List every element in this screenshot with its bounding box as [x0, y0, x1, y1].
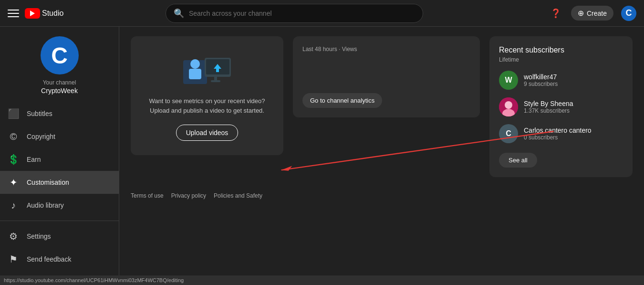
- sidebar-item-label: Copyright: [27, 133, 55, 140]
- svg-rect-2: [189, 69, 201, 79]
- upload-card: Want to see metrics on your recent video…: [131, 36, 283, 155]
- sidebar-item-earn[interactable]: 💲 Earn: [0, 148, 119, 171]
- create-icon: ⊕: [578, 9, 584, 18]
- layout: C Your channel CryptoWeek ⬛ Subtitles © …: [0, 27, 644, 285]
- analytics-card: Last 48 hours · Views Go to channel anal…: [293, 36, 480, 117]
- svg-point-9: [505, 101, 512, 109]
- youtube-icon: [25, 8, 40, 19]
- sidebar-item-send-feedback[interactable]: ⚑ Send feedback: [0, 248, 119, 271]
- svg-marker-12: [281, 166, 292, 170]
- subscriber-count-3: 0 subscribers: [524, 134, 592, 141]
- sidebar-nav: ⬛ Subtitles © Copyright 💲 Earn ✦ Customi…: [0, 102, 119, 271]
- see-all-button[interactable]: See all: [499, 153, 537, 168]
- status-url: https://studio.youtube.com/channel/UCP61…: [4, 277, 184, 283]
- sidebar-item-customisation[interactable]: ✦ Customisation: [0, 171, 119, 194]
- copyright-icon: ©: [8, 131, 19, 142]
- subscriber-name-3: Carlos cantero cantero: [524, 127, 592, 134]
- status-bar: https://studio.youtube.com/channel/UCP61…: [0, 275, 644, 285]
- subscriber-item-3: C Carlos cantero cantero 0 subscribers: [499, 124, 623, 143]
- subscriber-info-2: Style By Sheena 1.37K subscribers: [524, 100, 573, 114]
- upload-videos-button[interactable]: Upload videos: [176, 125, 239, 141]
- subscriber-avatar-3: C: [499, 124, 518, 143]
- subscribers-subtitle: Lifetime: [499, 56, 623, 63]
- help-button[interactable]: ❓: [548, 6, 563, 21]
- studio-text: Studio: [42, 9, 63, 18]
- sidebar-item-audio-library[interactable]: ♪ Audio library: [0, 194, 119, 217]
- subscriber-name-2: Style By Sheena: [524, 100, 573, 107]
- create-label: Create: [587, 10, 607, 17]
- subscriber-avatar-1: W: [499, 71, 518, 90]
- subtitles-icon: ⬛: [8, 108, 19, 119]
- privacy-policy-link[interactable]: Privacy policy: [171, 192, 206, 199]
- sidebar: C Your channel CryptoWeek ⬛ Subtitles © …: [0, 27, 119, 285]
- sidebar-divider: [0, 221, 119, 221]
- subscriber-item-1: W wolfkiller47 9 subscribers: [499, 71, 623, 90]
- subscriber-info-1: wolfkiller47 9 subscribers: [524, 73, 558, 87]
- subscribers-card: Recent subscribers Lifetime W wolfkiller…: [489, 36, 633, 177]
- sidebar-item-copyright[interactable]: © Copyright: [0, 125, 119, 148]
- channel-label: Your channel: [43, 79, 76, 86]
- subscriber-avatar-2: [499, 97, 518, 116]
- send-feedback-icon: ⚑: [8, 253, 19, 265]
- sidebar-item-subtitles[interactable]: ⬛ Subtitles: [0, 102, 119, 125]
- terms-of-use-link[interactable]: Terms of use: [131, 192, 164, 199]
- search-icon: 🔍: [174, 8, 184, 19]
- subscriber-count-2: 1.37K subscribers: [524, 107, 573, 114]
- sidebar-item-label: Earn: [27, 156, 41, 163]
- content-row: Want to see metrics on your recent video…: [131, 36, 633, 177]
- channel-name: CryptoWeek: [41, 87, 78, 95]
- search-bar: 🔍: [166, 4, 423, 23]
- header-left: Studio: [8, 8, 103, 19]
- subscriber-name-1: wolfkiller47: [524, 73, 558, 81]
- svg-rect-7: [211, 80, 220, 82]
- policies-safety-link[interactable]: Policies and Safety: [214, 192, 262, 199]
- header-right: ❓ ⊕ Create C: [548, 6, 636, 21]
- sidebar-item-label: Settings: [27, 232, 51, 240]
- subscriber-item-2: Style By Sheena 1.37K subscribers: [499, 97, 623, 116]
- channel-info: C Your channel CryptoWeek: [0, 27, 119, 102]
- main-content: Want to see metrics on your recent video…: [119, 27, 644, 285]
- svg-rect-6: [214, 77, 217, 81]
- search-input[interactable]: [189, 10, 415, 17]
- footer-links: Terms of use Privacy policy Policies and…: [131, 187, 633, 205]
- header: Studio 🔍 ❓ ⊕ Create C: [0, 0, 644, 27]
- sidebar-item-label: Customisation: [27, 179, 69, 186]
- subscribers-title: Recent subscribers: [499, 46, 623, 54]
- create-button[interactable]: ⊕ Create: [571, 6, 613, 21]
- subscriber-info-3: Carlos cantero cantero 0 subscribers: [524, 127, 592, 141]
- user-avatar[interactable]: C: [621, 6, 636, 21]
- audio-library-icon: ♪: [8, 200, 19, 211]
- customisation-icon: ✦: [8, 177, 19, 188]
- hamburger-menu[interactable]: [8, 8, 19, 19]
- settings-icon: ⚙: [8, 231, 19, 242]
- subscriber-count-1: 9 subscribers: [524, 81, 558, 87]
- go-to-analytics-button[interactable]: Go to channel analytics: [302, 93, 382, 108]
- svg-point-1: [190, 59, 200, 69]
- youtube-studio-logo[interactable]: Studio: [25, 8, 63, 19]
- sidebar-item-settings[interactable]: ⚙ Settings: [0, 225, 119, 248]
- earn-icon: 💲: [8, 154, 19, 165]
- upload-illustration: [178, 51, 236, 89]
- sidebar-item-label: Subtitles: [27, 110, 52, 117]
- sidebar-item-label: Audio library: [27, 201, 64, 209]
- channel-avatar[interactable]: C: [41, 36, 79, 74]
- analytics-label: Last 48 hours · Views: [302, 46, 470, 53]
- upload-text: Want to see metrics on your recent video…: [142, 96, 272, 115]
- sidebar-item-label: Send feedback: [27, 255, 71, 263]
